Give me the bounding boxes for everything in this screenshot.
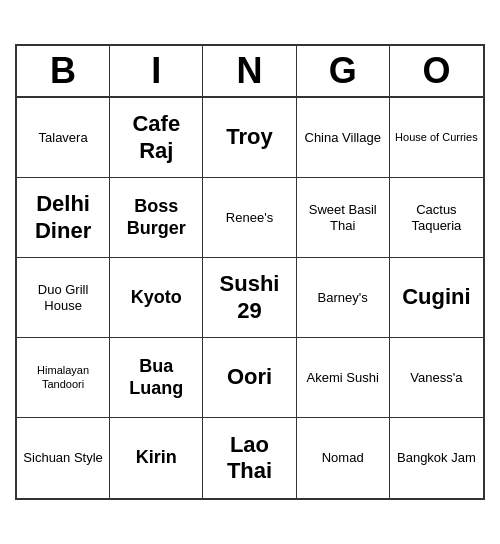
bingo-header: BINGO — [17, 46, 483, 98]
bingo-cell-19: Vaness'a — [390, 338, 483, 418]
bingo-cell-2: Troy — [203, 98, 296, 178]
bingo-cell-5: Delhi Diner — [17, 178, 110, 258]
bingo-cell-22: Lao Thai — [203, 418, 296, 498]
bingo-cell-18: Akemi Sushi — [297, 338, 390, 418]
bingo-card: BINGO TalaveraCafe RajTroyChina VillageH… — [15, 44, 485, 500]
bingo-cell-16: Bua Luang — [110, 338, 203, 418]
header-letter-i: I — [110, 46, 203, 96]
header-letter-g: G — [297, 46, 390, 96]
bingo-cell-1: Cafe Raj — [110, 98, 203, 178]
header-letter-o: O — [390, 46, 483, 96]
bingo-cell-12: Sushi 29 — [203, 258, 296, 338]
bingo-cell-24: Bangkok Jam — [390, 418, 483, 498]
bingo-cell-6: Boss Burger — [110, 178, 203, 258]
bingo-cell-14: Cugini — [390, 258, 483, 338]
bingo-cell-0: Talavera — [17, 98, 110, 178]
bingo-cell-11: Kyoto — [110, 258, 203, 338]
bingo-cell-17: Oori — [203, 338, 296, 418]
bingo-grid: TalaveraCafe RajTroyChina VillageHouse o… — [17, 98, 483, 498]
bingo-cell-13: Barney's — [297, 258, 390, 338]
bingo-cell-3: China Village — [297, 98, 390, 178]
bingo-cell-15: Himalayan Tandoori — [17, 338, 110, 418]
bingo-cell-4: House of Curries — [390, 98, 483, 178]
bingo-cell-20: Sichuan Style — [17, 418, 110, 498]
bingo-cell-8: Sweet Basil Thai — [297, 178, 390, 258]
bingo-cell-10: Duo Grill House — [17, 258, 110, 338]
header-letter-n: N — [203, 46, 296, 96]
bingo-cell-21: Kirin — [110, 418, 203, 498]
bingo-cell-9: Cactus Taqueria — [390, 178, 483, 258]
bingo-cell-7: Renee's — [203, 178, 296, 258]
bingo-cell-23: Nomad — [297, 418, 390, 498]
header-letter-b: B — [17, 46, 110, 96]
